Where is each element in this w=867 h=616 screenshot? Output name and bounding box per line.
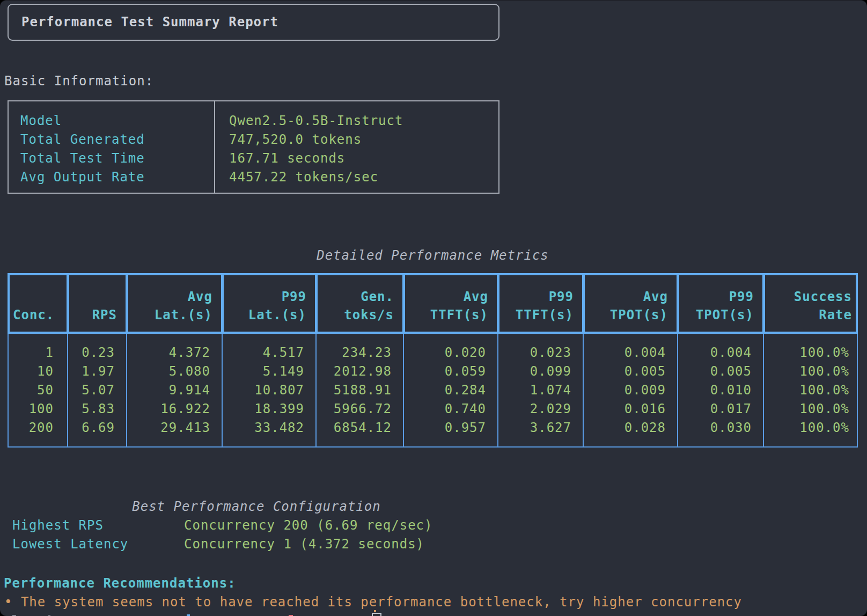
table-row: 2006.6929.41333.4826854.120.9573.6270.02… <box>9 419 857 437</box>
metrics-cell: 1 <box>9 343 68 362</box>
body-column-separator <box>677 334 678 446</box>
metrics-cell: 9.914 <box>127 381 222 400</box>
metrics-header-cell: RPS <box>69 275 125 332</box>
metrics-cell: 0.23 <box>68 343 127 362</box>
info-value: 167.71 seconds <box>229 149 345 168</box>
metrics-header-cell: AvgTPOT(s) <box>585 275 676 332</box>
metrics-cell: 5.83 <box>68 400 127 419</box>
metrics-cell: 0.023 <box>498 343 583 362</box>
best-config-row: Lowest LatencyConcurrency 1 (4.372 secon… <box>0 535 513 554</box>
basic-info-rows: ModelQwen2.5-0.5B-InstructTotal Generate… <box>9 112 498 187</box>
metrics-cell: 5.080 <box>127 362 222 381</box>
recommendation-item: • The system seems not to have reached i… <box>4 593 742 612</box>
metrics-cell: 5966.72 <box>316 400 403 419</box>
metrics-table: Conc. RPSAvgLat.(s)P99Lat.(s)Gen.toks/sA… <box>8 273 858 448</box>
header-line1: P99 <box>224 288 306 306</box>
info-label: Model <box>20 112 62 130</box>
metrics-cell: 5.07 <box>68 381 127 400</box>
metrics-cell: 2012.98 <box>316 362 403 381</box>
metrics-cell: 0.030 <box>678 419 763 437</box>
header-line1: P99 <box>499 288 574 306</box>
best-config-label: Highest RPS <box>12 516 104 535</box>
recommendation-text: The system seems not to have reached its… <box>21 595 742 610</box>
body-column-separator <box>403 334 404 446</box>
metrics-header-cell: Gen.toks/s <box>318 275 402 332</box>
body-column-separator <box>67 334 68 446</box>
cutoff-text-fragment <box>374 610 376 612</box>
metrics-header-cell: P99Lat.(s) <box>224 275 314 332</box>
metrics-cell: 200 <box>9 419 68 437</box>
header-line2: TPOT(s) <box>585 306 668 324</box>
header-line1: P99 <box>679 288 754 306</box>
metrics-cell: 0.017 <box>678 400 763 419</box>
terminal-cursor <box>372 613 381 616</box>
info-value: 747,520.0 tokens <box>229 130 362 149</box>
metrics-cell: 4.517 <box>222 343 316 362</box>
metrics-cell: 2.029 <box>498 400 583 419</box>
metrics-header-cell: P99TTFT(s) <box>499 275 582 332</box>
info-label: Total Test Time <box>20 149 145 168</box>
body-column-separator <box>126 334 127 446</box>
metrics-cell: 50 <box>9 381 68 400</box>
basic-info-table: ModelQwen2.5-0.5B-InstructTotal Generate… <box>8 100 499 194</box>
metrics-cell: 100.0% <box>763 381 856 400</box>
metrics-cell: 0.004 <box>678 343 763 362</box>
metrics-table-body: 10.234.3724.517234.230.0200.0230.0040.00… <box>8 334 858 448</box>
metrics-header-cell: AvgTTFT(s) <box>405 275 496 332</box>
bullet-icon: • <box>4 595 12 610</box>
metrics-cell: 0.740 <box>403 400 498 419</box>
metrics-cell: 4.372 <box>127 343 222 362</box>
metrics-cell: 0.009 <box>583 381 678 400</box>
header-line2: RPS <box>69 306 117 324</box>
body-column-separator <box>222 334 223 446</box>
metrics-cell: 33.482 <box>222 419 316 437</box>
metrics-cell: 10 <box>9 362 68 381</box>
header-line2: Lat.(s) <box>224 306 306 324</box>
report-title-box: Performance Test Summary Report <box>8 4 499 41</box>
metrics-cell: 16.922 <box>127 400 222 419</box>
header-line1: Avg <box>585 288 668 306</box>
metrics-cell: 0.004 <box>583 343 678 362</box>
metrics-cell: 0.020 <box>403 343 498 362</box>
header-line1: Avg <box>128 288 212 306</box>
info-row: Total Test Time167.71 seconds <box>9 149 498 168</box>
best-config-row: Highest RPSConcurrency 200 (6.69 req/sec… <box>0 516 513 535</box>
header-line1: Avg <box>405 288 488 306</box>
metrics-cell: 100.0% <box>763 362 856 381</box>
header-line2: Conc. <box>13 306 58 324</box>
info-row: ModelQwen2.5-0.5B-Instruct <box>9 112 498 130</box>
header-line2: TTFT(s) <box>405 306 488 324</box>
body-column-separator <box>583 334 584 446</box>
terminal-screen: Performance Test Summary Report Basic In… <box>0 0 867 616</box>
best-config-title: Best Performance Configuration <box>0 497 513 516</box>
metrics-cell: 6.69 <box>68 419 127 437</box>
best-config-label: Lowest Latency <box>12 535 128 554</box>
metrics-cell: 0.005 <box>678 362 763 381</box>
header-line2: TPOT(s) <box>679 306 754 324</box>
metrics-cell: 100.0% <box>763 419 856 437</box>
metrics-cell: 29.413 <box>127 419 222 437</box>
header-line1: Success <box>765 288 852 306</box>
metrics-cell: 100 <box>9 400 68 419</box>
metrics-cell: 100.0% <box>763 343 856 362</box>
body-column-separator <box>497 334 498 446</box>
metrics-cell: 234.23 <box>316 343 403 362</box>
table-row: 101.975.0805.1492012.980.0590.0990.0050.… <box>9 362 857 381</box>
report-title: Performance Test Summary Report <box>21 13 278 32</box>
header-line1 <box>13 288 58 306</box>
metrics-cell: 10.807 <box>222 381 316 400</box>
metrics-header-cell: Conc. <box>10 275 66 332</box>
metrics-cell: 18.399 <box>222 400 316 419</box>
spacer <box>12 595 20 610</box>
table-row: 1005.8316.92218.3995966.720.7402.0290.01… <box>9 400 857 419</box>
body-column-separator <box>763 334 764 446</box>
info-row: Total Generated747,520.0 tokens <box>9 130 498 149</box>
table-row: 505.079.91410.8075188.910.2841.0740.0090… <box>9 381 857 400</box>
best-config-rows: Highest RPSConcurrency 200 (6.69 req/sec… <box>0 516 513 554</box>
body-column-separator <box>315 334 317 446</box>
best-config-value: Concurrency 200 (6.69 req/sec) <box>184 516 432 535</box>
metrics-cell: 0.284 <box>403 381 498 400</box>
info-label: Avg Output Rate <box>20 168 145 187</box>
metrics-cell: 0.028 <box>583 419 678 437</box>
basic-info-heading: Basic Information: <box>4 72 153 91</box>
